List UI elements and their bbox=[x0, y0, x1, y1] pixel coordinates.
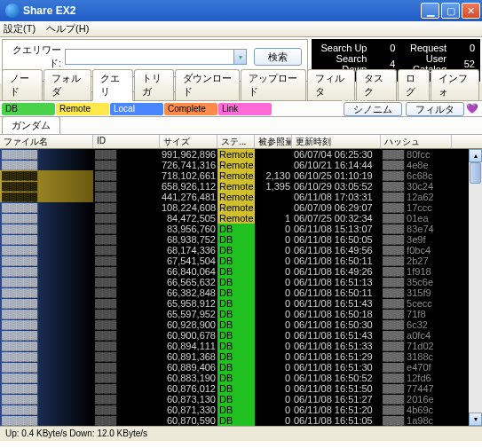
scroll-up-icon[interactable]: ▴ bbox=[469, 149, 482, 162]
cell-filename: ▓▓▓▓▓ bbox=[0, 362, 93, 373]
col-header[interactable]: 被参照量 bbox=[255, 135, 292, 148]
tab-5[interactable]: アップロード bbox=[241, 69, 305, 100]
cell-status: DB bbox=[217, 277, 255, 287]
cell-status: Remote bbox=[217, 160, 255, 170]
cell-ref: 0 bbox=[255, 298, 292, 309]
table-row[interactable]: ▓▓▓▓▓▓▓▓658,926,112Remote1,39506/10/29 0… bbox=[0, 181, 482, 192]
tab-7[interactable]: タスク bbox=[356, 69, 397, 100]
table-row[interactable]: ▓▓▓▓▓▓▓▓60,883,190DB006/11/08 16:50:52▓▓… bbox=[0, 373, 482, 383]
cell-status: DB bbox=[217, 224, 255, 234]
cell-date: 06/11/08 16:51:33 bbox=[292, 341, 381, 351]
tab-4[interactable]: ダウンロード bbox=[175, 69, 240, 100]
scroll-down-icon[interactable]: ▾ bbox=[469, 413, 482, 426]
maximize-button[interactable]: ▢ bbox=[441, 3, 460, 19]
table-row[interactable]: ▓▓▓▓▓▓▓▓991,962,896Remote06/07/04 06:25:… bbox=[0, 149, 482, 160]
tab-6[interactable]: フィルタ bbox=[307, 69, 356, 100]
table-row[interactable]: ▓▓▓▓▓▓▓▓60,873,130DB006/11/08 16:51:27▓▓… bbox=[0, 394, 482, 405]
cell-id: ▓▓▓ bbox=[93, 373, 160, 383]
menu-settings[interactable]: 設定(T) bbox=[4, 22, 36, 35]
cell-hash: ▓▓▓ 1a98c bbox=[381, 415, 452, 426]
tab-0[interactable]: ノード bbox=[2, 69, 43, 100]
cell-ref: 0 bbox=[255, 405, 292, 415]
cell-date: 06/11/08 16:51:27 bbox=[292, 394, 381, 405]
table-row[interactable]: ▓▓▓▓▓▓▓▓60,894,111DB006/11/08 16:51:33▓▓… bbox=[0, 341, 482, 351]
synonym-button[interactable]: シノニム bbox=[344, 102, 402, 116]
cell-filename: ▓▓▓▓▓ bbox=[0, 224, 93, 234]
cell-status: DB bbox=[217, 255, 255, 266]
table-row[interactable]: ▓▓▓▓▓▓▓▓66,565,632DB006/11/08 16:51:13▓▓… bbox=[0, 277, 482, 287]
cell-id: ▓▓▓ bbox=[93, 160, 160, 170]
search-button[interactable]: 検索 bbox=[254, 48, 302, 66]
heart-icon[interactable]: 💜 bbox=[464, 103, 480, 114]
minimize-button[interactable]: ▁ bbox=[421, 3, 439, 19]
filter-remote[interactable]: Remote bbox=[56, 103, 109, 115]
close-button[interactable]: ✕ bbox=[462, 3, 480, 19]
cell-hash: ▓▓▓ 2b27 bbox=[381, 255, 452, 266]
query-tabs: ガンダム bbox=[0, 117, 482, 135]
cell-hash: ▓▓▓ 01ea bbox=[381, 213, 452, 224]
table-row[interactable]: ▓▓▓▓▓▓▓▓726,741,316Remote06/10/21 16:14:… bbox=[0, 160, 482, 170]
cell-ref: 0 bbox=[255, 341, 292, 351]
col-header[interactable]: ステ... bbox=[217, 135, 255, 148]
cell-hash: ▓▓▓ 6c32 bbox=[381, 319, 452, 330]
tab-9[interactable]: インフォ bbox=[431, 69, 479, 100]
scroll-thumb[interactable] bbox=[470, 162, 481, 184]
col-header[interactable]: ファイル名 bbox=[0, 135, 93, 148]
col-header[interactable]: 更新時刻 bbox=[292, 135, 381, 148]
table-row[interactable]: ▓▓▓▓▓▓▓▓718,102,661Remote2,13006/10/25 0… bbox=[0, 170, 482, 181]
cell-id: ▓▓▓ bbox=[93, 245, 160, 255]
table-row[interactable]: ▓▓▓▓▓▓▓▓60,889,406DB006/11/08 16:51:30▓▓… bbox=[0, 362, 482, 373]
table-row[interactable]: ▓▓▓▓▓▓▓▓66,382,848DB006/11/08 16:50:11▓▓… bbox=[0, 287, 482, 298]
cell-id: ▓▓▓ bbox=[93, 224, 160, 234]
filter-complete[interactable]: Complete bbox=[164, 103, 217, 115]
filter-button[interactable]: フィルタ bbox=[406, 102, 464, 116]
table-row[interactable]: ▓▓▓▓▓▓▓▓67,541,504DB006/11/08 16:50:11▓▓… bbox=[0, 255, 482, 266]
col-header[interactable]: ID bbox=[93, 135, 160, 148]
cell-size: 67,541,504 bbox=[160, 255, 217, 266]
table-row[interactable]: ▓▓▓▓▓▓▓▓108,224,608Remote06/07/09 06:29:… bbox=[0, 202, 482, 213]
table-row[interactable]: ▓▓▓▓▓▓▓▓60,928,900DB006/11/08 16:50:30▓▓… bbox=[0, 319, 482, 330]
cell-ref: 0 bbox=[255, 362, 292, 373]
table-row[interactable]: ▓▓▓▓▓▓▓▓60,900,678DB006/11/08 16:51:43▓▓… bbox=[0, 330, 482, 341]
table-row[interactable]: ▓▓▓▓▓▓▓▓66,840,064DB006/11/08 16:49:26▓▓… bbox=[0, 266, 482, 277]
col-header[interactable]: ハッシュ bbox=[381, 135, 452, 148]
cell-ref: 0 bbox=[255, 394, 292, 405]
scrollbar[interactable]: ▴ ▾ bbox=[469, 149, 482, 426]
table-row[interactable]: ▓▓▓▓▓▓▓▓68,174,336DB006/11/08 16:49:56▓▓… bbox=[0, 245, 482, 255]
table-row[interactable]: ▓▓▓▓▓▓▓▓68,938,752DB006/11/08 16:50:05▓▓… bbox=[0, 234, 482, 245]
cell-hash: ▓▓▓ 77447 bbox=[381, 383, 452, 394]
cell-filename: ▓▓▓▓▓ bbox=[0, 202, 93, 213]
cell-size: 991,962,896 bbox=[160, 149, 217, 160]
cell-ref: 0 bbox=[255, 234, 292, 245]
query-tab[interactable]: ガンダム bbox=[2, 116, 60, 134]
table-row[interactable]: ▓▓▓▓▓▓▓▓65,597,952DB006/11/08 16:50:18▓▓… bbox=[0, 309, 482, 319]
result-list: ファイル名IDサイズステ...被参照量更新時刻ハッシュ ▓▓▓▓▓▓▓▓991,… bbox=[0, 135, 482, 426]
keyword-dropdown[interactable]: ▾ bbox=[234, 49, 247, 65]
cell-id: ▓▓▓ bbox=[93, 266, 160, 277]
table-row[interactable]: ▓▓▓▓▓▓▓▓60,891,368DB006/11/08 16:51:29▓▓… bbox=[0, 351, 482, 362]
filter-db[interactable]: DB bbox=[2, 103, 55, 115]
tab-1[interactable]: フォルダ bbox=[43, 69, 92, 100]
tab-8[interactable]: ログ bbox=[398, 69, 430, 100]
cell-filename: ▓▓▓▓▓ bbox=[0, 266, 93, 277]
table-row[interactable]: ▓▓▓▓▓▓▓▓441,276,481Remote06/11/08 17:03:… bbox=[0, 192, 482, 202]
menu-help[interactable]: ヘルプ(H) bbox=[46, 22, 89, 35]
filter-local[interactable]: Local bbox=[110, 103, 163, 115]
table-row[interactable]: ▓▓▓▓▓▓▓▓84,472,505Remote106/07/25 00:32:… bbox=[0, 213, 482, 224]
table-row[interactable]: ▓▓▓▓▓▓▓▓60,876,012DB006/11/08 16:51:50▓▓… bbox=[0, 383, 482, 394]
cell-id: ▓▓▓ bbox=[93, 170, 160, 181]
cell-hash: ▓▓▓ f0bc4 bbox=[381, 245, 452, 255]
table-row[interactable]: ▓▓▓▓▓▓▓▓60,870,590DB006/11/08 16:51:05▓▓… bbox=[0, 415, 482, 426]
table-row[interactable]: ▓▓▓▓▓▓▓▓65,958,912DB006/11/08 16:51:43▓▓… bbox=[0, 298, 482, 309]
tab-3[interactable]: トリガ bbox=[134, 69, 175, 100]
cell-filename: ▓▓▓▓▓ bbox=[0, 181, 93, 192]
keyword-input[interactable] bbox=[65, 49, 234, 65]
table-row[interactable]: ▓▓▓▓▓▓▓▓60,871,330DB006/11/08 16:51:20▓▓… bbox=[0, 405, 482, 415]
cell-size: 658,926,112 bbox=[160, 181, 217, 192]
filter-link[interactable]: Link bbox=[218, 103, 272, 115]
col-header[interactable]: サイズ bbox=[160, 135, 217, 148]
table-row[interactable]: ▓▓▓▓▓▓▓▓83,956,760DB006/11/08 15:13:07▓▓… bbox=[0, 224, 482, 234]
cell-filename: ▓▓▓▓▓ bbox=[0, 149, 93, 160]
main-tabs: ノードフォルダクエリトリガダウンロードアップロードフィルタタスクログインフォ bbox=[0, 83, 482, 101]
tab-2[interactable]: クエリ bbox=[92, 69, 133, 101]
